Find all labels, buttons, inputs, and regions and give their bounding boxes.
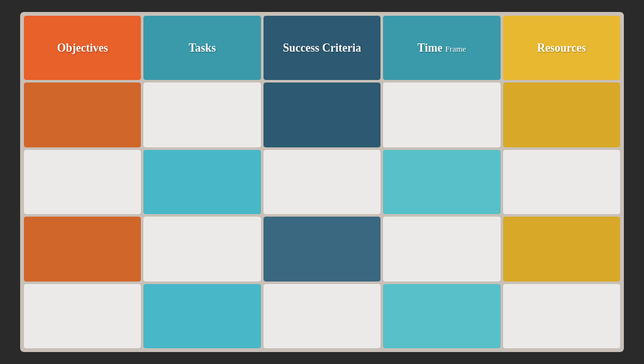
cell-4-4[interactable]	[383, 284, 500, 348]
tasks-label: Tasks	[184, 37, 221, 60]
cell-4-2[interactable]	[143, 284, 260, 348]
cell-3-1[interactable]	[24, 217, 141, 281]
data-row-4	[24, 284, 620, 348]
cell-1-5[interactable]	[503, 82, 620, 147]
cell-1-1[interactable]	[24, 82, 141, 147]
cell-2-1[interactable]	[24, 150, 141, 214]
planning-board: Objectives Tasks Success Criteria Time F…	[20, 12, 624, 352]
cell-3-4[interactable]	[383, 217, 500, 281]
cell-4-3[interactable]	[264, 284, 380, 348]
cell-1-4[interactable]	[383, 82, 500, 147]
cell-2-5[interactable]	[503, 150, 620, 214]
objectives-label: Objectives	[52, 37, 113, 60]
header-row: Objectives Tasks Success Criteria Time F…	[24, 16, 620, 80]
cell-4-5[interactable]	[503, 284, 620, 348]
success-label: Success Criteria	[278, 37, 366, 60]
data-row-1	[24, 82, 620, 147]
cell-2-3[interactable]	[264, 150, 380, 214]
cell-2-4[interactable]	[383, 150, 500, 214]
data-row-3	[24, 217, 620, 281]
cell-1-3[interactable]	[264, 82, 380, 147]
time-label: Time Frame	[413, 37, 471, 60]
cell-4-1[interactable]	[24, 284, 141, 348]
header-tasks: Tasks	[143, 16, 260, 80]
header-resources: Resources	[503, 16, 620, 80]
cell-2-2[interactable]	[143, 150, 260, 214]
cell-1-2[interactable]	[143, 82, 260, 147]
header-success-criteria: Success Criteria	[264, 16, 380, 80]
cell-3-2[interactable]	[143, 217, 260, 281]
header-objectives: Objectives	[24, 16, 141, 80]
resources-label: Resources	[532, 37, 591, 60]
data-row-2	[24, 150, 620, 214]
cell-3-5[interactable]	[503, 217, 620, 281]
cell-3-3[interactable]	[264, 217, 380, 281]
header-time-frame: Time Frame	[383, 16, 500, 80]
